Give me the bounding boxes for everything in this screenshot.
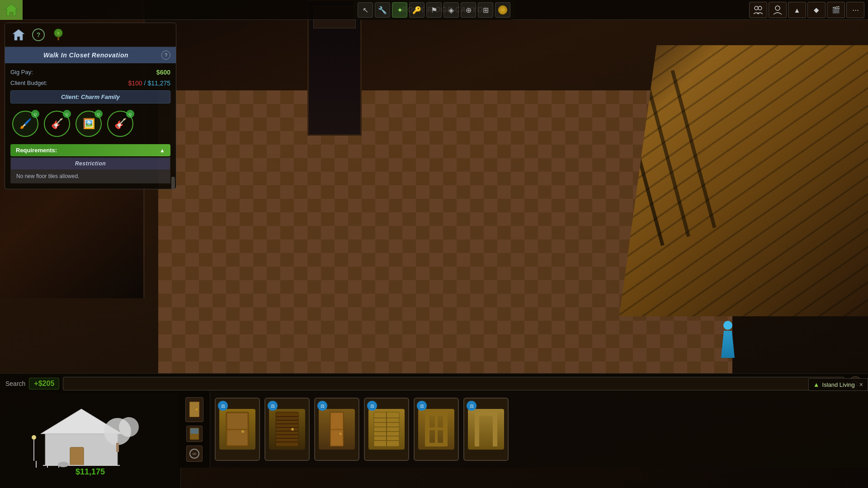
coin-icon (498, 5, 507, 14)
home-icon (4, 3, 19, 17)
home-button[interactable] (0, 0, 23, 20)
avatar-1[interactable]: 🎸 ☺ (44, 111, 70, 137)
svg-point-2 (758, 6, 762, 10)
top-nav: ↖ 🔧 ✦ 🔑 ⚑ ◈ ⊕ ⊞ Rock Ridge Canyon (0, 0, 868, 20)
avatar-check-3: ☺ (126, 110, 134, 118)
household-button[interactable] (749, 2, 767, 18)
category-doors[interactable] (185, 397, 203, 422)
client-name: Client: Charm Family (16, 94, 165, 100)
panel-title-help[interactable]: ? (161, 51, 170, 60)
svg-rect-6 (57, 37, 59, 40)
house-preview-svg (18, 402, 145, 470)
item-image-2 (269, 409, 305, 450)
panel-money-btn[interactable]: $ (50, 27, 66, 43)
item-image-3 (319, 409, 355, 450)
money-tree-icon: $ (52, 28, 65, 41)
item-card-6[interactable]: ⚖ (463, 398, 509, 461)
item-image-4 (368, 409, 405, 450)
restriction-header: Restriction (11, 158, 170, 169)
door-svg-1 (224, 411, 251, 447)
door-svg-3 (323, 411, 350, 447)
item-card-3[interactable]: ⚖ (314, 398, 359, 461)
panel-top-icons: ? $ (5, 23, 176, 47)
requirements-bar[interactable]: Requirements: ▲ (10, 144, 170, 156)
tool-coin[interactable] (495, 2, 510, 18)
avatar-emoji-0: 🖌️ (19, 118, 32, 130)
top-toolbar: ↖ 🔧 ✦ 🔑 ⚑ ◈ ⊕ ⊞ (353, 0, 515, 20)
item-image-1 (219, 409, 255, 450)
requirements-label: Requirements: (16, 147, 57, 154)
profile-icon (773, 5, 783, 15)
item-card-2[interactable]: ⚖ (264, 398, 310, 461)
door-svg-5 (423, 411, 450, 447)
budget-used: $100 (128, 80, 142, 87)
gig-title: Walk In Closet Renovation (10, 52, 161, 59)
island-living-badge: ▲ Island Living × (808, 378, 868, 391)
gig-pay-row: Gig Pay: $600 (10, 69, 170, 76)
svg-rect-32 (227, 430, 247, 445)
item-card-4[interactable]: ⚖ (364, 398, 409, 461)
tool-pointer[interactable]: ↖ (358, 2, 373, 18)
balance-icon-6: ⚖ (467, 401, 476, 411)
tool-add[interactable]: ⊕ (461, 2, 476, 18)
tool-flag[interactable]: ⚑ (426, 2, 442, 18)
gig-pay-label: Gig Pay: (10, 69, 33, 76)
sim-body (721, 331, 735, 358)
balance-icon-4: ⚖ (367, 401, 377, 411)
svg-marker-0 (5, 4, 18, 16)
staircase (619, 45, 868, 316)
item-card-1[interactable]: ⚖ (215, 398, 260, 461)
restriction-text: No new floor tiles allowed. (11, 169, 170, 183)
panel-help-btn[interactable]: ? (30, 27, 47, 43)
profile-button[interactable] (769, 2, 787, 18)
search-input[interactable] (63, 377, 844, 390)
tool-grid[interactable]: ⊞ (478, 2, 493, 18)
tool-move[interactable]: ◈ (443, 2, 459, 18)
build-preview: $11,175 (18, 402, 163, 479)
svg-point-3 (775, 6, 780, 10)
door-sm-icon (189, 427, 200, 440)
tool-key[interactable]: 🔑 (409, 2, 425, 18)
expand-arrow-icon[interactable]: ▲ (813, 381, 820, 388)
avatar-check-1: ☺ (63, 110, 71, 118)
client-avatars: 🖌️ ☺ 🎸 ☺ 🖼️ ☺ 🎸 ☺ (10, 107, 170, 141)
svg-rect-34 (276, 412, 298, 446)
tool-build[interactable]: ✦ (392, 2, 407, 18)
avatar-3[interactable]: 🎸 ☺ (107, 111, 133, 137)
island-close-btn[interactable]: × (859, 381, 863, 388)
avatar-2[interactable]: 🖼️ ☺ (75, 111, 102, 137)
avatar-check-2: ☺ (94, 110, 103, 118)
requirements-arrow: ▲ (160, 147, 165, 154)
svg-point-43 (291, 428, 294, 431)
symbol-icon: ∞ (189, 448, 200, 459)
tool-wrench[interactable]: 🔧 (375, 2, 390, 18)
svg-rect-68 (475, 412, 479, 446)
balance-icon-3: ⚖ (317, 401, 327, 411)
map-button[interactable]: ◆ (807, 2, 826, 18)
category-small-1[interactable] (186, 426, 203, 442)
svg-point-25 (196, 408, 198, 410)
svg-text:∞: ∞ (192, 450, 196, 457)
more-button[interactable]: ⋯ (846, 2, 864, 18)
balance-icon-2: ⚖ (268, 401, 278, 411)
svg-rect-14 (116, 443, 119, 452)
panel-home-icon (12, 28, 25, 41)
svg-rect-31 (227, 413, 247, 429)
category-small-2[interactable]: ∞ (186, 446, 203, 462)
camera-button[interactable]: 🎬 (827, 2, 845, 18)
build-left-panel: $11,175 (0, 393, 181, 488)
island-living-text: Island Living (822, 381, 855, 388)
panel-scrollbar[interactable] (171, 177, 175, 189)
door-svg-2 (274, 411, 301, 447)
balance-icon-5: ⚖ (417, 401, 427, 411)
category-strip: ∞ (179, 391, 210, 468)
item-card-5[interactable]: ⚖ (414, 398, 459, 461)
search-money: +$205 (29, 378, 59, 389)
avatar-check-0: ☺ (31, 110, 39, 118)
avatar-emoji-1: 🎸 (51, 118, 63, 130)
balance-icon-1: ⚖ (218, 401, 228, 411)
panel-home-btn[interactable] (10, 27, 27, 43)
item-carousel: ⚖ ⚖ (210, 391, 868, 468)
avatar-0[interactable]: 🖌️ ☺ (12, 111, 38, 137)
speed-up-button[interactable]: ▲ (788, 2, 806, 18)
